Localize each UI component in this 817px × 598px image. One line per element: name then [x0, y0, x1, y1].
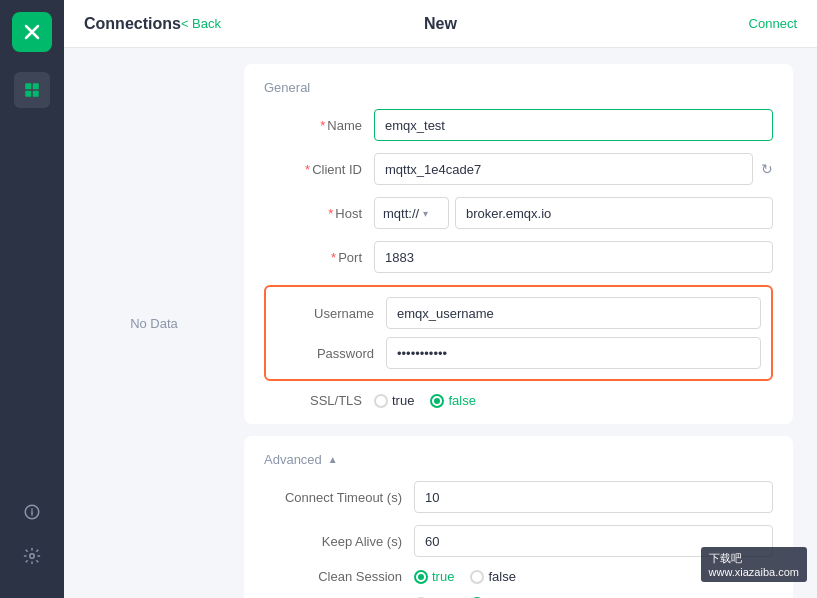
ssl-label: SSL/TLS [264, 393, 374, 408]
general-title: General [264, 80, 773, 95]
name-input[interactable] [374, 109, 773, 141]
clientid-input[interactable] [374, 153, 753, 185]
clean-session-row: Clean Session true false [264, 569, 773, 584]
clientid-label: *Client ID [264, 162, 374, 177]
protocol-select[interactable]: mqtt:// ▾ [374, 197, 449, 229]
clean-true-option[interactable]: true [414, 569, 454, 584]
ssl-false-option[interactable]: false [430, 393, 475, 408]
credentials-highlight-box: Username Password [264, 285, 773, 381]
svg-rect-2 [25, 91, 31, 97]
advanced-header[interactable]: Advanced ▲ [264, 452, 773, 467]
name-row: *Name [264, 109, 773, 141]
keepalive-label: Keep Alive (s) [264, 534, 414, 549]
password-label: Password [276, 346, 386, 361]
username-input[interactable] [386, 297, 761, 329]
sidebar-item-settings[interactable] [14, 538, 50, 574]
back-button[interactable]: < Back [181, 16, 221, 31]
svg-rect-3 [33, 91, 39, 97]
refresh-icon[interactable]: ↻ [761, 161, 773, 177]
advanced-expand-icon: ▲ [328, 454, 338, 465]
clean-session-label: Clean Session [264, 569, 414, 584]
form-area: General *Name *Client ID ↻ [244, 48, 817, 598]
host-row: *Host mqtt:// ▾ [264, 197, 773, 229]
port-label: *Port [264, 250, 374, 265]
clientid-input-group: ↻ [374, 153, 773, 185]
sidebar-item-info[interactable] [14, 494, 50, 530]
connect-button[interactable]: Connect [749, 16, 797, 31]
svg-rect-0 [25, 83, 31, 89]
left-panel: No Data [64, 48, 244, 598]
host-required: * [328, 206, 333, 221]
settings-icon [23, 547, 41, 565]
grid-icon [23, 81, 41, 99]
protocol-chevron: ▾ [423, 208, 428, 219]
clean-true-radio[interactable] [414, 570, 428, 584]
svg-rect-1 [33, 83, 39, 89]
watermark-text: 下载吧 [709, 552, 742, 564]
no-data-label: No Data [130, 316, 178, 331]
x-icon [20, 20, 44, 44]
host-label: *Host [264, 206, 374, 221]
advanced-title: Advanced [264, 452, 322, 467]
port-input[interactable] [374, 241, 773, 273]
clean-false-option[interactable]: false [470, 569, 515, 584]
sidebar-bottom [14, 494, 50, 598]
timeout-row: Connect Timeout (s) [264, 481, 773, 513]
page-title: Connections [84, 15, 181, 33]
clean-false-label: false [488, 569, 515, 584]
topbar-center-label: New [424, 15, 457, 33]
username-label: Username [276, 306, 386, 321]
timeout-label: Connect Timeout (s) [264, 490, 414, 505]
sidebar-logo[interactable] [12, 12, 52, 52]
clean-true-label: true [432, 569, 454, 584]
username-row: Username [276, 297, 761, 329]
sidebar [0, 0, 64, 598]
port-row: *Port [264, 241, 773, 273]
keepalive-row: Keep Alive (s) [264, 525, 773, 557]
svg-point-5 [30, 554, 35, 559]
host-input-group: mqtt:// ▾ [374, 197, 773, 229]
clean-session-radio-group: true false [414, 569, 516, 584]
password-input[interactable] [386, 337, 761, 369]
info-icon [23, 503, 41, 521]
main-area: Connections < Back New Connect No Data G… [64, 0, 817, 598]
name-required: * [320, 118, 325, 133]
ssl-radio-group: true false [374, 393, 476, 408]
ssl-true-radio[interactable] [374, 394, 388, 408]
ssl-true-option[interactable]: true [374, 393, 414, 408]
clean-false-radio[interactable] [470, 570, 484, 584]
ssl-false-radio[interactable] [430, 394, 444, 408]
watermark-url: www.xiazaiba.com [709, 566, 799, 578]
clientid-required: * [305, 162, 310, 177]
clientid-row: *Client ID ↻ [264, 153, 773, 185]
port-required: * [331, 250, 336, 265]
general-section: General *Name *Client ID ↻ [244, 64, 793, 424]
protocol-value: mqtt:// [383, 206, 419, 221]
topbar: Connections < Back New Connect [64, 0, 817, 48]
sidebar-item-connections[interactable] [14, 72, 50, 108]
name-label: *Name [264, 118, 374, 133]
timeout-input[interactable] [414, 481, 773, 513]
host-input[interactable] [455, 197, 773, 229]
ssl-row: SSL/TLS true false [264, 393, 773, 408]
ssl-false-label: false [448, 393, 475, 408]
password-row: Password [276, 337, 761, 369]
ssl-true-label: true [392, 393, 414, 408]
watermark: 下载吧 www.xiazaiba.com [701, 547, 807, 582]
content-area: No Data General *Name *Client ID [64, 48, 817, 598]
